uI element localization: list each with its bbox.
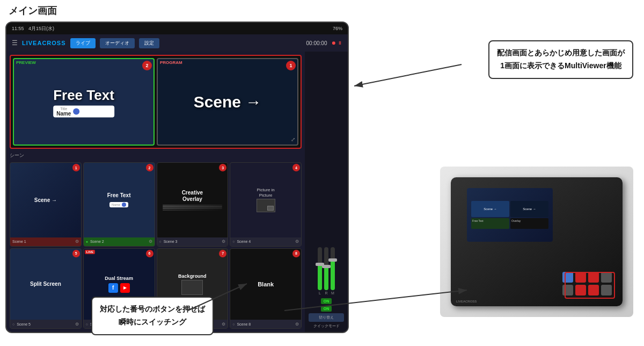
scene-8-name: ○ Scene 8 bbox=[232, 322, 251, 326]
nav-bar: ☰ LIVEACROSS ライブ オーディオ 設定 00:00:00 ⏺ ⏸ bbox=[6, 34, 348, 52]
scene-2-gear-icon[interactable]: ⚙ bbox=[149, 239, 152, 244]
on-button-2[interactable]: ON bbox=[321, 306, 332, 312]
fader-track-3[interactable] bbox=[331, 247, 335, 290]
cut-switch-button[interactable]: 切り替え bbox=[309, 313, 344, 322]
scene-6-live-badge: LIVE bbox=[85, 250, 95, 254]
status-time: 11:55 4月15日(水) bbox=[12, 25, 54, 32]
nav-tab-audio[interactable]: オーディオ bbox=[100, 38, 135, 48]
scene-5-name: ○ Scene 5 bbox=[12, 322, 31, 326]
nav-tab-live[interactable]: ライブ bbox=[70, 38, 96, 48]
callout-bottom: 対応した番号のボタンを押せば 瞬時にスイッチング bbox=[91, 297, 214, 335]
preview-scene-number: 2 bbox=[142, 61, 152, 70]
scene-2-footer: ● Scene 2 ⚙ bbox=[84, 237, 155, 246]
hardware-photo: Scene → Scene → Free Text Overlay LIVEAC… bbox=[440, 167, 633, 317]
callout-right-line1: 配信画面とあらかじめ用意した画面が bbox=[497, 47, 625, 60]
scene-card-4[interactable]: 4 Picture inPicture ○ Scene 4 bbox=[230, 162, 302, 247]
scene-4-text: Picture inPicture bbox=[257, 188, 275, 198]
record-button[interactable]: ⏺ ⏸ bbox=[331, 40, 342, 46]
switch-section: ON ON 切り替え クイックモード bbox=[309, 298, 344, 329]
scene-card-3[interactable]: 3 CreativeOverlay bbox=[157, 162, 229, 247]
preview-program-row: PREVIEW 2 Free Text Title Name bbox=[10, 55, 302, 149]
preview-box[interactable]: PREVIEW 2 Free Text Title Name bbox=[13, 58, 155, 146]
name-tag-edit-icon[interactable] bbox=[73, 108, 79, 114]
scene-6-number: 6 bbox=[146, 250, 153, 257]
scene-4-footer: ○ Scene 4 ⚙ bbox=[230, 237, 301, 246]
scene-8-number: 8 bbox=[292, 250, 300, 257]
scene-1-footer: Scene 1 ⚙ bbox=[10, 237, 81, 246]
nav-tab-settings[interactable]: 設定 bbox=[139, 38, 159, 48]
fader-label-1: L bbox=[319, 291, 321, 295]
preview-content: Free Text Title Name bbox=[53, 86, 114, 117]
scene-4-number: 4 bbox=[292, 164, 300, 171]
scene-5-footer: ○ Scene 5 ⚙ bbox=[10, 320, 81, 328]
scene-6-text: Dual Stream bbox=[105, 276, 133, 281]
callout-right: 配信画面とあらかじめ用意した画面が 1画面に表示できるMultiViewer機能 bbox=[488, 40, 633, 79]
preview-label: PREVIEW bbox=[16, 60, 36, 65]
nav-timecode: 00:00:00 bbox=[306, 40, 327, 46]
scene-7-gear-icon[interactable]: ⚙ bbox=[222, 322, 225, 327]
preview-name-tag: Title Name bbox=[53, 105, 114, 117]
scene-1-content: Scene → bbox=[10, 163, 81, 237]
scene-1-text: Scene → bbox=[34, 197, 57, 203]
callout-bottom-line1: 対応した番号のボタンを押せば bbox=[100, 303, 205, 316]
scene-2-name: ● Scene 2 bbox=[86, 240, 104, 243]
callout-bottom-line2: 瞬時にスイッチング bbox=[100, 316, 205, 329]
scene-2-number: 2 bbox=[146, 164, 153, 171]
scene-3-name: ○ Scene 3 bbox=[159, 240, 178, 243]
scene-1-gear-icon[interactable]: ⚙ bbox=[75, 239, 79, 244]
scene-5-gear-icon[interactable]: ⚙ bbox=[75, 322, 79, 327]
name-tag-value: Name bbox=[56, 110, 71, 116]
page-title: メイン画面 bbox=[9, 4, 57, 17]
tablet-frame: 11:55 4月15日(水) 76% ☰ LIVEACROSS ライブ オーディ… bbox=[5, 21, 349, 333]
fader-track-1[interactable] bbox=[318, 247, 322, 290]
preview-title-text: Free Text bbox=[53, 86, 114, 103]
scene-7-number: 7 bbox=[219, 250, 226, 257]
scene-8-footer: ○ Scene 8 ⚙ bbox=[230, 320, 301, 328]
fader-label-3: M bbox=[331, 291, 334, 295]
scene-4-name: ○ Scene 4 bbox=[232, 240, 251, 243]
scene-card-1[interactable]: 1 Scene → Scene 1 ⚙ bbox=[10, 162, 82, 247]
program-box[interactable]: PROGRAM 1 Scene → ⤢ bbox=[157, 58, 298, 146]
right-panel: L R M ON bbox=[305, 52, 348, 332]
scene-5-number: 5 bbox=[72, 250, 80, 257]
program-label: PROGRAM bbox=[160, 60, 182, 65]
scene-1-number: 1 bbox=[72, 164, 80, 171]
facebook-icon: f bbox=[108, 283, 118, 293]
scene-2-content: Free Text Name bbox=[84, 163, 155, 237]
on-button-1[interactable]: ON bbox=[321, 298, 332, 304]
program-scene-number: 1 bbox=[286, 61, 296, 70]
scene-5-text: Split Screen bbox=[30, 281, 61, 287]
nav-logo: LIVEACROSS bbox=[22, 40, 66, 46]
fader-area: L R M bbox=[318, 55, 335, 295]
nav-hamburger-icon[interactable]: ☰ bbox=[12, 39, 18, 47]
program-scene-text: Scene → bbox=[194, 93, 262, 111]
program-content: Scene → bbox=[194, 93, 262, 111]
hardware-device: Scene → Scene → Free Text Overlay LIVEAC… bbox=[451, 177, 623, 306]
scene-4-content: Picture inPicture bbox=[230, 163, 301, 237]
svg-line-1 bbox=[354, 64, 462, 86]
fader-track-2[interactable] bbox=[324, 247, 328, 290]
scene-card-8[interactable]: 8 Blank ○ Scene 8 ⚙ bbox=[230, 248, 302, 329]
scene-card-2[interactable]: 2 Free Text Name ● Scen bbox=[83, 162, 155, 247]
scene-2-text: Free Text bbox=[107, 192, 131, 198]
fader-channel-2: R bbox=[324, 247, 328, 295]
scene-8-text: Blank bbox=[258, 281, 274, 287]
scene-card-5[interactable]: 5 Split Screen ○ Scene 5 ⚙ bbox=[10, 248, 82, 329]
scene-7-text: Background bbox=[178, 273, 207, 279]
scene-8-gear-icon[interactable]: ⚙ bbox=[295, 322, 299, 327]
youtube-icon: ▶ bbox=[120, 283, 130, 293]
scene-8-content: Blank bbox=[230, 249, 301, 320]
battery-level: 76% bbox=[333, 26, 342, 31]
fullscreen-icon[interactable]: ⤢ bbox=[291, 136, 295, 142]
scene-3-text: CreativeOverlay bbox=[182, 190, 203, 203]
scene-3-gear-icon[interactable]: ⚙ bbox=[222, 239, 225, 244]
fader-label-2: R bbox=[325, 291, 327, 295]
scene-3-footer: ○ Scene 3 ⚙ bbox=[157, 237, 228, 246]
main-content: PREVIEW 2 Free Text Title Name bbox=[6, 52, 348, 332]
scene-4-gear-icon[interactable]: ⚙ bbox=[295, 239, 299, 244]
status-bar: 11:55 4月15日(水) 76% bbox=[6, 23, 348, 34]
scene-3-content: CreativeOverlay bbox=[157, 163, 228, 237]
scene-section-label: シーン bbox=[10, 151, 302, 160]
quick-mode-label: クイックモード bbox=[313, 323, 340, 329]
callout-right-line2: 1画面に表示できるMultiViewer機能 bbox=[497, 60, 625, 73]
